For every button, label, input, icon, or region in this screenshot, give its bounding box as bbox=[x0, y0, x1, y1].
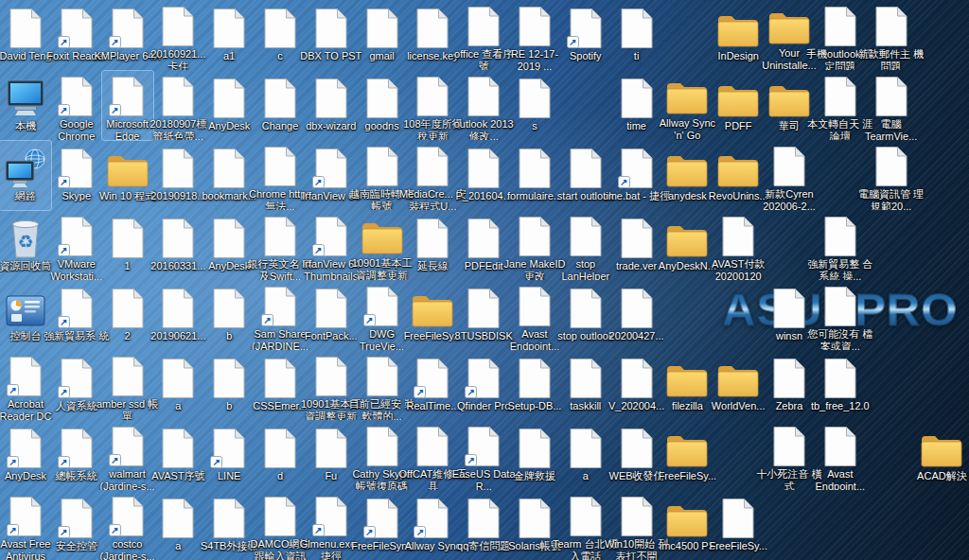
desktop-icon-label: ACAD解決 bbox=[907, 470, 969, 482]
folder-icon bbox=[665, 496, 709, 539]
folder-icon bbox=[665, 146, 709, 189]
desktop-icon-document[interactable]: 電腦 TearmVie... bbox=[866, 71, 917, 140]
document-icon: ↗ bbox=[462, 356, 505, 399]
document-icon bbox=[819, 356, 862, 399]
desktop-icon-folder[interactable]: ACAD解決 bbox=[916, 421, 967, 490]
document-icon bbox=[156, 216, 200, 259]
document-icon bbox=[361, 146, 404, 187]
desktop-icon-label: ti bbox=[603, 50, 671, 62]
document-icon bbox=[819, 6, 862, 47]
document-icon bbox=[309, 356, 353, 397]
desktop-icon-label: 您可能沒有 檔案或資... bbox=[806, 328, 874, 350]
document-icon bbox=[615, 286, 659, 329]
document-icon: ↗ bbox=[106, 6, 150, 49]
document-icon bbox=[309, 426, 353, 469]
document-icon bbox=[615, 426, 659, 469]
shortcut-arrow-icon: ↗ bbox=[7, 384, 19, 396]
document-icon bbox=[767, 356, 811, 399]
document-icon bbox=[411, 216, 454, 259]
document-icon bbox=[513, 146, 556, 189]
desktop-icon-label: AVAST付款 20200120 bbox=[704, 258, 772, 280]
desktop-icon-label: 強新貿易整 合系統 操... bbox=[806, 258, 874, 280]
document-icon: ↗ bbox=[4, 356, 47, 397]
desktop-icon-document[interactable]: AVAST付款 20200120 bbox=[713, 211, 764, 280]
desktop-icon-document[interactable]: FreeFileSy... bbox=[713, 491, 764, 560]
document-icon bbox=[513, 286, 556, 327]
document-icon: ↗ bbox=[309, 496, 353, 537]
document-icon: ↗ bbox=[55, 76, 98, 117]
document-icon bbox=[716, 216, 760, 257]
document-icon: ↗ bbox=[361, 496, 404, 539]
document-icon bbox=[156, 356, 200, 399]
desktop-icon-document[interactable]: 新款郵件主 機問題 bbox=[866, 1, 917, 70]
document-icon: ↗ bbox=[55, 286, 98, 329]
folder-icon bbox=[920, 426, 963, 469]
shortcut-arrow-icon: ↗ bbox=[363, 526, 376, 538]
document-icon bbox=[258, 146, 302, 187]
folder-icon bbox=[716, 146, 760, 189]
desktop-icon-document[interactable]: 您可能沒有 檔案或資... bbox=[815, 281, 866, 350]
shortcut-arrow-icon: ↗ bbox=[414, 386, 426, 398]
document-icon bbox=[156, 6, 200, 47]
desktop-icon-document[interactable]: s bbox=[509, 71, 560, 140]
document-icon bbox=[462, 496, 505, 539]
document-icon bbox=[564, 356, 608, 399]
document-icon bbox=[411, 426, 454, 467]
desktop-icon-label: 新款Cyren 202006-2... bbox=[755, 188, 823, 210]
shortcut-arrow-icon: ↗ bbox=[7, 456, 19, 468]
shortcut-arrow-icon: ↗ bbox=[312, 244, 325, 256]
desktop-icon-label: FreeFileSy... bbox=[704, 540, 772, 552]
document-icon bbox=[819, 76, 862, 117]
document-icon bbox=[564, 496, 608, 537]
document-icon: ↗ bbox=[4, 426, 47, 469]
document-icon: ↗ bbox=[4, 496, 47, 537]
document-icon bbox=[615, 6, 659, 49]
document-icon bbox=[513, 496, 556, 539]
shortcut-arrow-icon: ↗ bbox=[58, 456, 70, 468]
desktop-icon-label: tb_free_12.0 bbox=[806, 400, 874, 412]
shortcut-arrow-icon: ↗ bbox=[109, 454, 121, 466]
desktop-icon-document[interactable]: ti bbox=[611, 1, 662, 70]
desktop-icon-folder[interactable]: FreeFileSy... bbox=[661, 421, 713, 490]
document-icon: ↗ bbox=[106, 496, 150, 537]
folder-icon bbox=[361, 216, 404, 256]
desktop-icon-document[interactable]: 強新貿易整 合系統 操... bbox=[815, 211, 866, 280]
network-globe-icon bbox=[4, 146, 47, 189]
document-icon: ↗ bbox=[411, 496, 454, 539]
document-icon bbox=[106, 216, 150, 259]
document-icon bbox=[513, 216, 556, 257]
shortcut-arrow-icon: ↗ bbox=[109, 524, 121, 536]
document-icon: ↗ bbox=[309, 216, 353, 257]
document-icon bbox=[156, 146, 200, 189]
document-icon bbox=[819, 216, 862, 257]
document-icon bbox=[411, 146, 454, 187]
folder-icon bbox=[767, 6, 811, 46]
desktop-icon-label: 20200427... bbox=[603, 330, 671, 342]
document-icon bbox=[564, 216, 608, 257]
document-icon bbox=[870, 76, 913, 117]
document-icon bbox=[564, 426, 608, 469]
document-icon bbox=[513, 356, 556, 399]
document-icon: ↗ bbox=[55, 146, 98, 189]
document-icon bbox=[258, 76, 302, 119]
desktop-icon-document[interactable]: 新款Cyren 202006-2... bbox=[764, 141, 815, 210]
computer-icon bbox=[4, 76, 47, 119]
document-icon bbox=[870, 6, 913, 47]
folder-icon bbox=[716, 356, 760, 399]
document-icon bbox=[870, 146, 913, 187]
shortcut-arrow-icon: ↗ bbox=[567, 36, 579, 48]
desktop-icon-label: Avast Endpoint... bbox=[806, 468, 874, 490]
desktop-icon-document[interactable]: 電腦資訊管 理規範20... bbox=[866, 141, 917, 210]
document-icon bbox=[564, 146, 608, 189]
document-icon bbox=[207, 146, 251, 189]
document-icon bbox=[513, 426, 556, 469]
desktop-icon-document[interactable]: Avast Endpoint... bbox=[815, 421, 866, 490]
document-icon: ↗ bbox=[207, 426, 251, 469]
document-icon bbox=[258, 356, 302, 399]
document-icon bbox=[309, 76, 353, 119]
desktop-icon-document[interactable]: tb_free_12.0 bbox=[815, 351, 866, 420]
document-icon bbox=[819, 286, 862, 327]
desktop-icon-document[interactable]: 20200427... bbox=[611, 281, 662, 350]
document-icon bbox=[819, 426, 862, 467]
desktop-icon-label: 電腦資訊管 理規範20... bbox=[857, 188, 925, 210]
